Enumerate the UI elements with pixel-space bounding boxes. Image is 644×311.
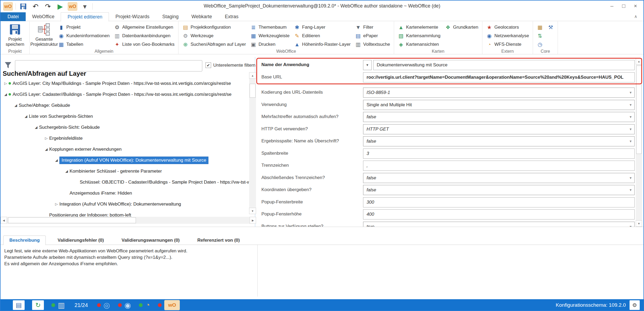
tree-scroll-right-icon[interactable]: ▶ [250, 217, 256, 224]
expander-collapsed-icon[interactable]: ▷ [43, 136, 49, 140]
refresh-icon[interactable]: ↻ [32, 300, 44, 310]
expander-expanded-icon[interactable]: ◢ [3, 92, 9, 96]
property-select[interactable]: false▼ [363, 173, 635, 183]
property-input[interactable]: roo://vertigis.url.client?targetName=Doc… [363, 72, 635, 82]
tree-item[interactable]: ◢Kombinierter Schlüssel - getrennte Para… [1, 166, 249, 177]
ribbon-button-epaper[interactable]: ▤ePaper [353, 32, 392, 40]
ribbon-button-allgemeine-einstellungen[interactable]: ⚙Allgemeine Einstellungen [112, 23, 176, 32]
ribbon-button-grundkarten[interactable]: ❖Grundkarten [443, 23, 480, 32]
ribbon-button-volltextsuche[interactable]: ▥Volltextsuche [353, 40, 392, 49]
globe-service-icon[interactable]: ◉ [124, 301, 131, 310]
props-scroll-down-icon[interactable]: ▼ [636, 220, 642, 227]
props-vscroll-thumb[interactable] [636, 66, 642, 154]
ribbon-button-suchen-abfragen-auf-layer[interactable]: ⊕Suchen/Abfragen auf Layer [181, 40, 247, 49]
tree-scroll-up-icon[interactable]: ▲ [249, 72, 256, 79]
property-input[interactable]: 400 [363, 209, 635, 219]
ribbon-button-core-toolbar-icon[interactable]: ▦ [535, 23, 545, 32]
ribbon-button-core-sync-icon[interactable]: ⇅ [535, 32, 545, 40]
ribbon-button-tabellen[interactable]: ▦Tabellen [56, 40, 111, 49]
tab-projekt-wizards[interactable]: Projekt-Wizards [109, 12, 156, 21]
collapse-ribbon-icon[interactable]: ∧ [632, 14, 640, 19]
ribbon-button-kartenelemente[interactable]: ▲Kartenelemente [396, 23, 442, 32]
expander-expanded-icon[interactable]: ◢ [13, 103, 19, 107]
ribbon-button-geolocators[interactable]: ★Geolocators [485, 23, 531, 32]
ribbon-button-liste-von-geo-bookmarks[interactable]: ✦Liste von Geo-Bookmarks [112, 40, 176, 49]
property-select[interactable]: HTTP GET▼ [363, 124, 635, 134]
tree-item[interactable]: ▷ArcGIS Layer: City Map//Buildings - Sam… [1, 78, 249, 89]
database-user-icon[interactable]: ◔ [145, 301, 150, 309]
tab-beschreibung[interactable]: Beschreibung [3, 236, 46, 245]
schema-gear-icon[interactable]: ⚙ [630, 300, 640, 310]
property-input[interactable]: 3 [363, 149, 635, 159]
property-select[interactable]: false▼ [363, 136, 635, 146]
tree-item[interactable]: ◢Suche/Abfrage: Gebäude [1, 100, 249, 111]
expander-expanded-icon[interactable]: ◢ [33, 125, 39, 129]
tree-vscroll-thumb[interactable] [250, 84, 256, 98]
property-input[interactable]: 300 [363, 197, 635, 207]
property-select[interactable]: true▼ [363, 222, 635, 227]
property-select[interactable]: false▼ [363, 185, 635, 195]
ribbon-button-core-scheduler-icon[interactable]: ◷ [535, 40, 545, 49]
tree-scroll-down-icon[interactable]: ▼ [249, 208, 256, 214]
ribbon-button-werkzeugleiste[interactable]: ▦Werkzeugleiste [249, 32, 291, 40]
ribbon-button-editieren[interactable]: ✎Editieren [292, 32, 352, 40]
combo-dropdown-button[interactable]: ▼ [363, 60, 372, 70]
ribbon-button-projekt[interactable]: ▮Projekt [56, 23, 111, 32]
tree-item[interactable]: Schlüssel: OBJECTID - Cadaster//Building… [1, 177, 249, 188]
minimize-button[interactable]: – [606, 2, 618, 10]
tab-validierungswarnungen-0[interactable]: Validierungswarnungen (0) [116, 236, 185, 245]
property-select[interactable]: Single and Multiple Hit▼ [363, 100, 635, 110]
tab-weboffice[interactable]: WebOffice [26, 12, 61, 21]
tab-staging[interactable]: Staging [156, 12, 185, 21]
tab-datei[interactable]: Datei [1, 12, 26, 21]
tree-item[interactable]: ◢Integration (Aufruf VON WebOffice): Dok… [1, 155, 249, 166]
tab-referenziert-von-0[interactable]: Referenziert von (0) [192, 236, 246, 245]
ribbon-button-filter[interactable]: ▼Filter [353, 23, 392, 32]
props-scroll-up-icon[interactable]: ▲ [636, 58, 642, 65]
weboffice-service-icon[interactable]: wO [164, 300, 180, 310]
expander-collapsed-icon[interactable]: ▷ [54, 202, 59, 206]
ribbon-button-werkzeuge[interactable]: ⚙Werkzeuge [181, 32, 247, 40]
ribbon-button-kartensammlung[interactable]: ▧Kartensammlung [396, 32, 442, 40]
maximize-button[interactable]: □ [618, 2, 630, 10]
expander-expanded-icon[interactable]: ◢ [64, 169, 70, 173]
tree-item[interactable]: ◢ArcGIS Layer: Cadaster//Buildings - Sam… [1, 89, 249, 100]
ribbon-button-kartenansichten[interactable]: ◈Kartenansichten [396, 40, 442, 49]
ribbon-button-datenbankanbindungen[interactable]: ▥Datenbankanbindungen [112, 32, 176, 40]
ribbon-button-höheninfo-raster-layer[interactable]: ▲Höheninfo-Raster-Layer [292, 40, 352, 49]
property-select[interactable]: false▼ [363, 112, 635, 122]
ribbon-button-core-wrench-icon[interactable]: ⚒ [546, 23, 555, 32]
ribbon-button-fang-layer[interactable]: ✱Fang-Layer [292, 23, 352, 32]
ribbon-button-kundeninformationen[interactable]: ◉Kundeninformationen [56, 32, 111, 40]
expander-expanded-icon[interactable]: ◢ [43, 147, 49, 151]
tab-validierungsfehler-0[interactable]: Validierungsfehler (0) [52, 236, 110, 245]
tree-item[interactable]: ▷Integration (Aufruf VON WebOffice): Dok… [1, 199, 249, 210]
expander-expanded-icon[interactable]: ◢ [23, 114, 29, 118]
search-service-icon[interactable]: ◎ [104, 301, 110, 310]
tree-item[interactable]: ◢Liste von Suchergebnis-Sichten [1, 111, 249, 122]
property-input[interactable]: Dokumentenverwaltung mit Source [373, 60, 635, 70]
expander-expanded-icon[interactable]: ◢ [54, 158, 59, 162]
property-select[interactable]: ISO-8859-1▼ [363, 88, 635, 98]
tab-extras[interactable]: Extras [218, 12, 245, 21]
project-doc-icon[interactable]: ▤ [13, 300, 25, 310]
property-input[interactable]: , [363, 161, 635, 171]
ribbon-button-drucken[interactable]: ▣Drucken [249, 40, 291, 49]
tree-item[interactable]: Anzeigemodus iFrame: Hidden [1, 188, 249, 199]
tree-item[interactable]: Positionierung der Infoboxen: bottom-lef… [1, 210, 249, 217]
server-sessions-icon[interactable]: ▥ [58, 301, 65, 310]
ribbon-button-projektkonfiguration[interactable]: ▤Projektkonfiguration [181, 23, 247, 32]
ribbon-button-gesamte-projektstruktur[interactable]: Gesamte Projektstruktur [32, 22, 56, 48]
ribbon-button-wfs-dienste[interactable]: ◔WFS-Dienste [485, 40, 531, 49]
tree-item[interactable]: ▷Ergebnisfeldliste [1, 133, 249, 144]
tree-hscroll-thumb[interactable] [8, 217, 136, 223]
ribbon-button-projekt-speichern[interactable]: Projekt speichern [3, 22, 27, 48]
tab-webkarte[interactable]: Webkarte [185, 12, 219, 21]
tree-item[interactable]: ◢Suchergebnis-Sicht: Gebäude [1, 122, 249, 133]
tree-scroll-left-icon[interactable]: ◀ [1, 217, 7, 224]
tree-item[interactable]: ◢Kopplungen externer Anwendungen [1, 144, 249, 155]
close-button[interactable]: × [630, 2, 641, 10]
ribbon-button-netzwerkanalyse[interactable]: ◉Netzwerkanalyse [485, 32, 531, 40]
expander-collapsed-icon[interactable]: ▷ [3, 81, 9, 85]
ribbon-button-themenbaum[interactable]: ≣Themenbaum [249, 23, 291, 32]
